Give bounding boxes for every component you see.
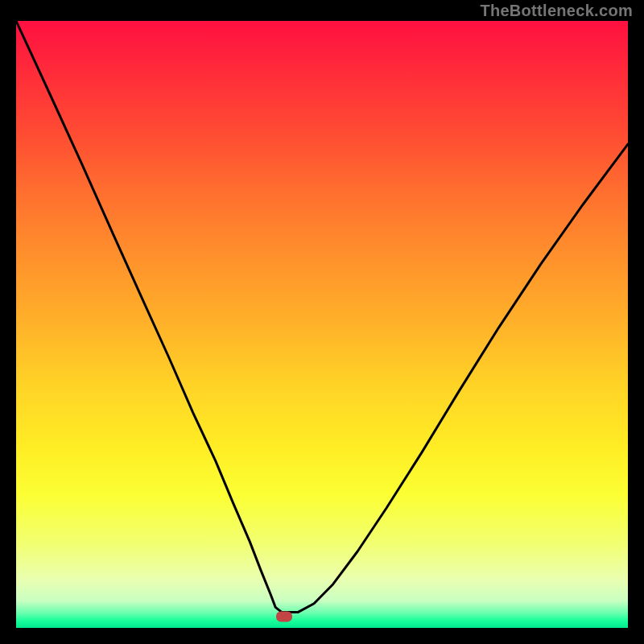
chart-stage: TheBottleneck.com bbox=[0, 0, 644, 644]
curve-path bbox=[16, 21, 628, 612]
optimal-marker bbox=[276, 612, 292, 622]
plot-frame bbox=[16, 21, 628, 628]
watermark-text: TheBottleneck.com bbox=[480, 2, 633, 20]
bottleneck-curve bbox=[16, 21, 628, 628]
